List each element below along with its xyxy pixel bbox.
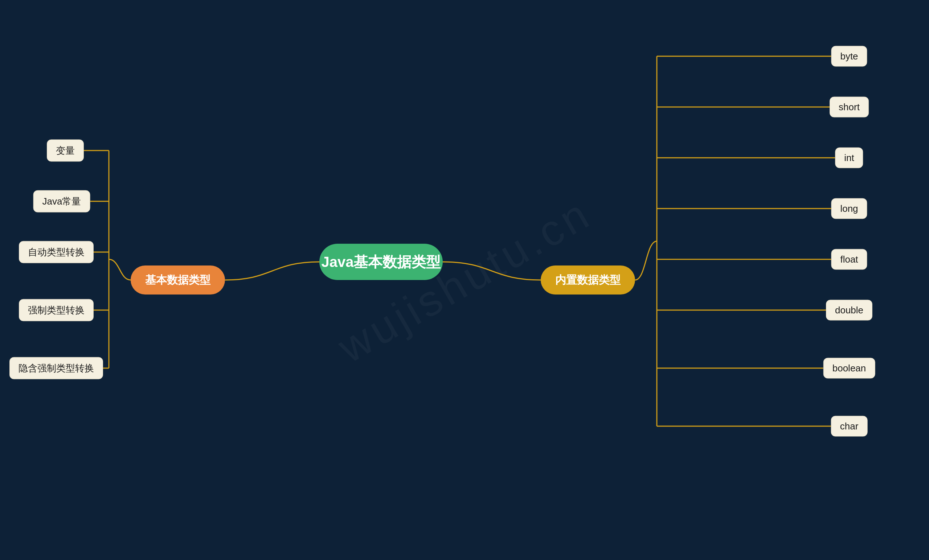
left-leaf-2-label: Java常量 xyxy=(43,195,81,208)
right-leaf-7-label: boolean xyxy=(832,363,866,374)
left-leaf-5-label: 隐含强制类型转换 xyxy=(18,362,94,375)
left-main-label: 基本数据类型 xyxy=(145,273,210,288)
right-leaf-1-label: byte xyxy=(840,51,858,62)
root-node[interactable]: Java基本数据类型 xyxy=(319,244,443,280)
root-label: Java基本数据类型 xyxy=(322,252,441,272)
left-leaf-2[interactable]: Java常量 xyxy=(34,190,90,213)
right-leaf-8[interactable]: char xyxy=(831,416,868,437)
right-leaf-6-label: double xyxy=(835,304,863,316)
left-leaf-4-label: 强制类型转换 xyxy=(28,304,84,317)
nodes-container: Java基本数据类型 基本数据类型 内置数据类型 变量 Java常量 自动类型转… xyxy=(0,0,929,560)
left-main-node[interactable]: 基本数据类型 xyxy=(130,266,225,294)
right-leaf-4[interactable]: long xyxy=(831,198,867,219)
right-leaf-7[interactable]: boolean xyxy=(823,358,875,379)
right-leaf-5-label: float xyxy=(840,254,858,265)
right-leaf-2-label: short xyxy=(839,101,860,113)
right-leaf-3-label: int xyxy=(844,152,854,164)
right-leaf-6[interactable]: double xyxy=(826,300,872,321)
right-leaf-4-label: long xyxy=(840,203,858,214)
right-leaf-1[interactable]: byte xyxy=(831,46,867,67)
left-leaf-3[interactable]: 自动类型转换 xyxy=(19,241,94,263)
right-main-label: 内置数据类型 xyxy=(555,273,621,288)
right-leaf-8-label: char xyxy=(840,421,858,432)
left-leaf-5[interactable]: 隐含强制类型转换 xyxy=(9,357,103,379)
right-leaf-2[interactable]: short xyxy=(829,97,869,118)
left-leaf-1-label: 变量 xyxy=(56,144,75,157)
right-leaf-5[interactable]: float xyxy=(831,249,867,270)
left-leaf-3-label: 自动类型转换 xyxy=(28,246,84,259)
right-main-node[interactable]: 内置数据类型 xyxy=(541,266,635,294)
right-leaf-3[interactable]: int xyxy=(835,148,863,168)
left-leaf-1[interactable]: 变量 xyxy=(47,140,84,162)
left-leaf-4[interactable]: 强制类型转换 xyxy=(19,299,94,321)
